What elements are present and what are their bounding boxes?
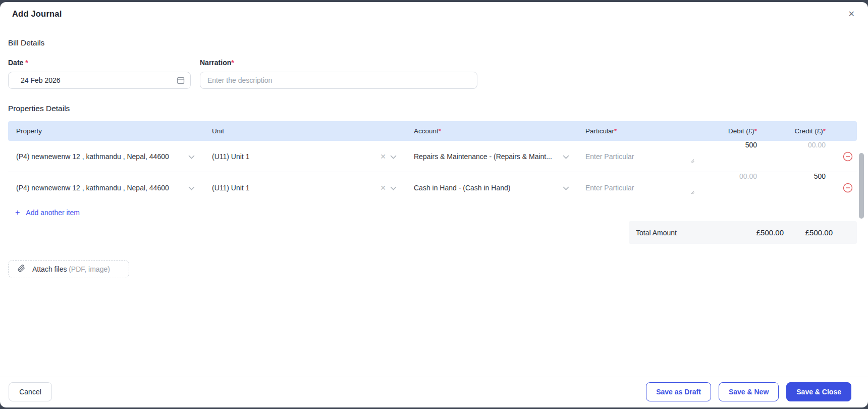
col-header-particular: Particular* xyxy=(575,127,701,135)
chevron-down-icon xyxy=(390,184,397,192)
property-select[interactable]: (P4) newnewenw 12 , kathmandu , Nepal, 4… xyxy=(8,172,207,203)
table-row: (P4) newnewenw 12 , kathmandu , Nepal, 4… xyxy=(8,141,857,172)
chevron-down-icon xyxy=(563,184,569,192)
credit-field xyxy=(780,172,839,203)
account-select-value: Repairs & Maintenance - (Repairs & Maint… xyxy=(414,152,552,161)
property-select-value: (P4) newnewenw 12 , kathmandu , Nepal, 4… xyxy=(16,152,169,161)
particular-input[interactable] xyxy=(585,152,694,161)
col-header-account: Account* xyxy=(404,127,575,135)
properties-table: Property Unit Account* Particular* Debit… xyxy=(8,121,857,203)
attach-files-label: Attach files xyxy=(32,265,67,273)
credit-input[interactable] xyxy=(780,172,826,180)
required-asterisk: * xyxy=(25,59,28,67)
col-header-unit: Unit xyxy=(207,127,404,135)
unit-select[interactable]: (U11) Unit 1 ✕ xyxy=(207,141,404,172)
bill-details-heading: Bill Details xyxy=(8,38,857,47)
col-header-property: Property xyxy=(8,127,207,135)
modal-content: Bill Details Date* xyxy=(0,26,868,377)
date-field-group: Date* xyxy=(8,59,191,89)
bill-details-fields: Date* Narration* xyxy=(8,59,857,89)
modal-title: Add Journal xyxy=(12,9,62,19)
particular-input[interactable] xyxy=(585,184,694,192)
col-header-credit: Credit (£)* xyxy=(780,127,839,135)
chevron-down-icon xyxy=(390,152,397,161)
particular-field xyxy=(575,172,701,203)
scrollbar-thumb[interactable] xyxy=(859,153,864,219)
date-input[interactable] xyxy=(8,72,191,89)
property-select[interactable]: (P4) newnewenw 12 , kathmandu , Nepal, 4… xyxy=(8,141,207,172)
add-journal-modal: Add Journal ✕ Bill Details Date* xyxy=(0,2,868,407)
clear-icon[interactable]: ✕ xyxy=(380,153,386,160)
attach-files-button[interactable]: Attach files (PDF, image) xyxy=(8,260,129,278)
save-and-new-button[interactable]: Save & New xyxy=(719,382,779,401)
add-another-item-label: Add another item xyxy=(26,209,80,217)
remove-row-button[interactable] xyxy=(839,172,857,203)
clear-icon[interactable]: ✕ xyxy=(380,184,386,191)
plus-icon: + xyxy=(15,208,20,217)
debit-input[interactable] xyxy=(701,172,757,180)
properties-details-heading: Properties Details xyxy=(8,104,857,113)
save-and-close-button[interactable]: Save & Close xyxy=(786,382,851,401)
resize-handle-icon[interactable] xyxy=(690,157,694,165)
chevron-down-icon xyxy=(188,184,195,192)
total-amount-row: Total Amount £500.00 £500.00 xyxy=(629,221,857,244)
narration-label: Narration* xyxy=(200,59,477,67)
save-as-draft-button[interactable]: Save as Draft xyxy=(646,382,711,401)
resize-handle-icon[interactable] xyxy=(690,188,694,196)
narration-field-group: Narration* xyxy=(200,59,477,89)
unit-select-value: (U11) Unit 1 xyxy=(212,152,249,161)
date-label: Date* xyxy=(8,59,191,67)
property-select-value: (P4) newnewenw 12 , kathmandu , Nepal, 4… xyxy=(16,184,169,192)
credit-field xyxy=(780,141,839,172)
debit-field xyxy=(701,172,780,203)
account-select[interactable]: Cash in Hand - (Cash in Hand) xyxy=(404,172,575,203)
narration-input[interactable] xyxy=(200,72,477,89)
particular-field xyxy=(575,141,701,172)
unit-select-value: (U11) Unit 1 xyxy=(212,184,249,192)
table-header-row: Property Unit Account* Particular* Debit… xyxy=(8,121,857,141)
required-asterisk: * xyxy=(231,59,234,67)
debit-field xyxy=(701,141,780,172)
table-row: (P4) newnewenw 12 , kathmandu , Nepal, 4… xyxy=(8,172,857,203)
debit-input[interactable] xyxy=(701,141,757,149)
modal-header: Add Journal ✕ xyxy=(0,2,868,26)
chevron-down-icon xyxy=(188,152,195,161)
chevron-down-icon xyxy=(563,152,569,161)
total-amount-label: Total Amount xyxy=(629,229,706,237)
paperclip-icon xyxy=(18,265,25,274)
attach-files-hint: (PDF, image) xyxy=(69,265,110,273)
minus-circle-icon xyxy=(843,151,853,162)
save-buttons-group: Save as Draft Save & New Save & Close xyxy=(646,382,851,401)
modal-footer: Cancel Save as Draft Save & New Save & C… xyxy=(0,377,868,407)
account-select[interactable]: Repairs & Maintenance - (Repairs & Maint… xyxy=(404,141,575,172)
minus-circle-icon xyxy=(843,183,853,193)
unit-select[interactable]: (U11) Unit 1 ✕ xyxy=(207,172,404,203)
remove-row-button[interactable] xyxy=(839,141,857,172)
add-another-item-link[interactable]: + Add another item xyxy=(15,208,80,217)
account-select-value: Cash in Hand - (Cash in Hand) xyxy=(414,184,510,192)
cancel-button[interactable]: Cancel xyxy=(9,382,52,401)
total-debit-value: £500.00 xyxy=(706,228,784,237)
total-credit-value: £500.00 xyxy=(784,228,857,237)
close-icon[interactable]: ✕ xyxy=(848,10,855,18)
credit-input[interactable] xyxy=(780,141,826,149)
calendar-icon[interactable] xyxy=(177,76,185,86)
col-header-debit: Debit (£)* xyxy=(701,127,780,135)
